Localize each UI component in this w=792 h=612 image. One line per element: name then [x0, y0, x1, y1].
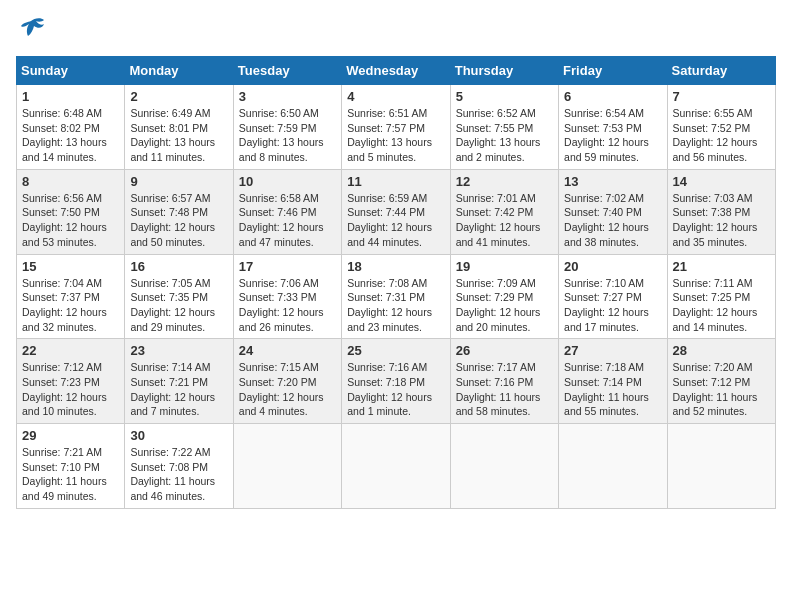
day-number: 30 [130, 428, 227, 443]
day-number: 24 [239, 343, 336, 358]
day-info: Sunrise: 6:51 AMSunset: 7:57 PMDaylight:… [347, 107, 432, 163]
calendar-week-4: 22 Sunrise: 7:12 AMSunset: 7:23 PMDaylig… [17, 339, 776, 424]
calendar-cell: 10 Sunrise: 6:58 AMSunset: 7:46 PMDaylig… [233, 169, 341, 254]
day-header-sunday: Sunday [17, 57, 125, 85]
day-info: Sunrise: 7:16 AMSunset: 7:18 PMDaylight:… [347, 361, 432, 417]
calendar-cell: 17 Sunrise: 7:06 AMSunset: 7:33 PMDaylig… [233, 254, 341, 339]
calendar-cell [233, 424, 341, 509]
calendar-cell [342, 424, 450, 509]
day-number: 15 [22, 259, 119, 274]
day-number: 3 [239, 89, 336, 104]
calendar-cell: 25 Sunrise: 7:16 AMSunset: 7:18 PMDaylig… [342, 339, 450, 424]
day-number: 22 [22, 343, 119, 358]
day-number: 9 [130, 174, 227, 189]
day-info: Sunrise: 7:05 AMSunset: 7:35 PMDaylight:… [130, 277, 215, 333]
day-header-friday: Friday [559, 57, 667, 85]
day-info: Sunrise: 7:22 AMSunset: 7:08 PMDaylight:… [130, 446, 215, 502]
calendar-cell: 8 Sunrise: 6:56 AMSunset: 7:50 PMDayligh… [17, 169, 125, 254]
day-number: 1 [22, 89, 119, 104]
day-info: Sunrise: 7:10 AMSunset: 7:27 PMDaylight:… [564, 277, 649, 333]
day-number: 26 [456, 343, 553, 358]
calendar-cell: 3 Sunrise: 6:50 AMSunset: 7:59 PMDayligh… [233, 85, 341, 170]
day-info: Sunrise: 7:03 AMSunset: 7:38 PMDaylight:… [673, 192, 758, 248]
day-number: 20 [564, 259, 661, 274]
day-header-monday: Monday [125, 57, 233, 85]
day-number: 21 [673, 259, 770, 274]
calendar-header-row: SundayMondayTuesdayWednesdayThursdayFrid… [17, 57, 776, 85]
calendar-cell: 19 Sunrise: 7:09 AMSunset: 7:29 PMDaylig… [450, 254, 558, 339]
calendar-week-1: 1 Sunrise: 6:48 AMSunset: 8:02 PMDayligh… [17, 85, 776, 170]
day-number: 27 [564, 343, 661, 358]
day-info: Sunrise: 7:09 AMSunset: 7:29 PMDaylight:… [456, 277, 541, 333]
day-number: 7 [673, 89, 770, 104]
day-info: Sunrise: 7:21 AMSunset: 7:10 PMDaylight:… [22, 446, 107, 502]
day-header-saturday: Saturday [667, 57, 775, 85]
day-number: 11 [347, 174, 444, 189]
day-header-wednesday: Wednesday [342, 57, 450, 85]
day-info: Sunrise: 6:50 AMSunset: 7:59 PMDaylight:… [239, 107, 324, 163]
calendar-cell: 15 Sunrise: 7:04 AMSunset: 7:37 PMDaylig… [17, 254, 125, 339]
day-number: 6 [564, 89, 661, 104]
calendar-cell: 22 Sunrise: 7:12 AMSunset: 7:23 PMDaylig… [17, 339, 125, 424]
day-info: Sunrise: 6:54 AMSunset: 7:53 PMDaylight:… [564, 107, 649, 163]
calendar-cell [450, 424, 558, 509]
day-number: 13 [564, 174, 661, 189]
calendar-cell: 16 Sunrise: 7:05 AMSunset: 7:35 PMDaylig… [125, 254, 233, 339]
calendar-cell: 27 Sunrise: 7:18 AMSunset: 7:14 PMDaylig… [559, 339, 667, 424]
day-number: 8 [22, 174, 119, 189]
day-number: 10 [239, 174, 336, 189]
logo [16, 16, 50, 44]
day-info: Sunrise: 7:01 AMSunset: 7:42 PMDaylight:… [456, 192, 541, 248]
day-info: Sunrise: 6:55 AMSunset: 7:52 PMDaylight:… [673, 107, 758, 163]
day-number: 23 [130, 343, 227, 358]
day-info: Sunrise: 6:59 AMSunset: 7:44 PMDaylight:… [347, 192, 432, 248]
calendar-cell: 23 Sunrise: 7:14 AMSunset: 7:21 PMDaylig… [125, 339, 233, 424]
calendar-cell: 26 Sunrise: 7:17 AMSunset: 7:16 PMDaylig… [450, 339, 558, 424]
day-number: 14 [673, 174, 770, 189]
day-number: 5 [456, 89, 553, 104]
day-info: Sunrise: 7:20 AMSunset: 7:12 PMDaylight:… [673, 361, 758, 417]
day-number: 2 [130, 89, 227, 104]
day-info: Sunrise: 7:04 AMSunset: 7:37 PMDaylight:… [22, 277, 107, 333]
day-info: Sunrise: 6:58 AMSunset: 7:46 PMDaylight:… [239, 192, 324, 248]
logo-icon [16, 16, 46, 44]
calendar-cell: 12 Sunrise: 7:01 AMSunset: 7:42 PMDaylig… [450, 169, 558, 254]
calendar-cell: 2 Sunrise: 6:49 AMSunset: 8:01 PMDayligh… [125, 85, 233, 170]
day-info: Sunrise: 6:48 AMSunset: 8:02 PMDaylight:… [22, 107, 107, 163]
day-info: Sunrise: 6:56 AMSunset: 7:50 PMDaylight:… [22, 192, 107, 248]
calendar-cell: 29 Sunrise: 7:21 AMSunset: 7:10 PMDaylig… [17, 424, 125, 509]
day-number: 18 [347, 259, 444, 274]
day-number: 28 [673, 343, 770, 358]
day-info: Sunrise: 7:15 AMSunset: 7:20 PMDaylight:… [239, 361, 324, 417]
calendar-cell: 13 Sunrise: 7:02 AMSunset: 7:40 PMDaylig… [559, 169, 667, 254]
calendar-cell [667, 424, 775, 509]
calendar-week-3: 15 Sunrise: 7:04 AMSunset: 7:37 PMDaylig… [17, 254, 776, 339]
day-number: 25 [347, 343, 444, 358]
day-info: Sunrise: 7:06 AMSunset: 7:33 PMDaylight:… [239, 277, 324, 333]
day-info: Sunrise: 7:08 AMSunset: 7:31 PMDaylight:… [347, 277, 432, 333]
calendar-cell: 28 Sunrise: 7:20 AMSunset: 7:12 PMDaylig… [667, 339, 775, 424]
calendar-cell: 7 Sunrise: 6:55 AMSunset: 7:52 PMDayligh… [667, 85, 775, 170]
day-info: Sunrise: 6:49 AMSunset: 8:01 PMDaylight:… [130, 107, 215, 163]
day-number: 4 [347, 89, 444, 104]
calendar-cell: 21 Sunrise: 7:11 AMSunset: 7:25 PMDaylig… [667, 254, 775, 339]
day-info: Sunrise: 7:11 AMSunset: 7:25 PMDaylight:… [673, 277, 758, 333]
calendar-cell: 5 Sunrise: 6:52 AMSunset: 7:55 PMDayligh… [450, 85, 558, 170]
calendar-cell: 24 Sunrise: 7:15 AMSunset: 7:20 PMDaylig… [233, 339, 341, 424]
day-number: 19 [456, 259, 553, 274]
calendar-cell: 11 Sunrise: 6:59 AMSunset: 7:44 PMDaylig… [342, 169, 450, 254]
day-number: 12 [456, 174, 553, 189]
day-number: 29 [22, 428, 119, 443]
day-header-thursday: Thursday [450, 57, 558, 85]
calendar-cell: 20 Sunrise: 7:10 AMSunset: 7:27 PMDaylig… [559, 254, 667, 339]
calendar-cell: 30 Sunrise: 7:22 AMSunset: 7:08 PMDaylig… [125, 424, 233, 509]
calendar-week-2: 8 Sunrise: 6:56 AMSunset: 7:50 PMDayligh… [17, 169, 776, 254]
day-info: Sunrise: 6:52 AMSunset: 7:55 PMDaylight:… [456, 107, 541, 163]
day-info: Sunrise: 7:02 AMSunset: 7:40 PMDaylight:… [564, 192, 649, 248]
calendar-cell: 9 Sunrise: 6:57 AMSunset: 7:48 PMDayligh… [125, 169, 233, 254]
day-info: Sunrise: 7:12 AMSunset: 7:23 PMDaylight:… [22, 361, 107, 417]
day-info: Sunrise: 7:18 AMSunset: 7:14 PMDaylight:… [564, 361, 649, 417]
day-info: Sunrise: 6:57 AMSunset: 7:48 PMDaylight:… [130, 192, 215, 248]
day-header-tuesday: Tuesday [233, 57, 341, 85]
day-number: 17 [239, 259, 336, 274]
